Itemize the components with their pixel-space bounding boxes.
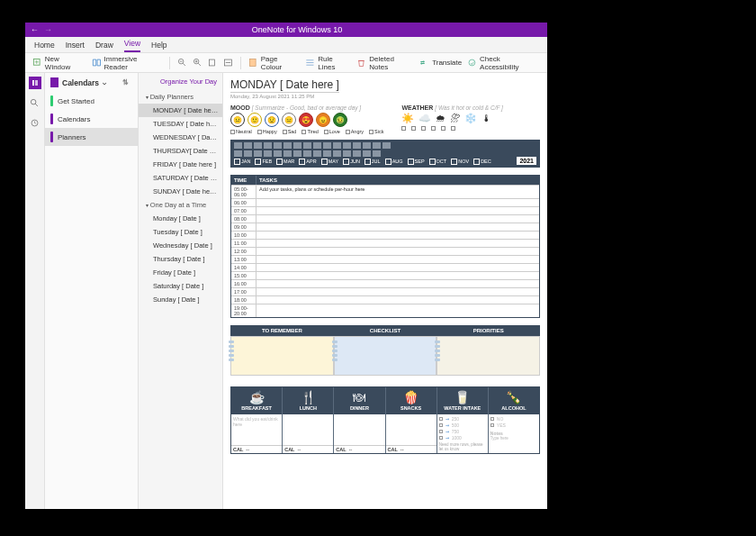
translate-button[interactable]: ⇄ Translate bbox=[419, 58, 462, 68]
group-daily-planners[interactable]: Daily Planners bbox=[139, 90, 222, 104]
sched-cell[interactable] bbox=[256, 223, 539, 231]
page-item[interactable]: FRIDAY [ Date here ] bbox=[139, 158, 222, 171]
mood-checkbox[interactable]: Angry bbox=[346, 129, 364, 134]
month-checkbox[interactable]: JUL bbox=[364, 159, 381, 165]
mood-checkbox[interactable]: Sad bbox=[283, 129, 297, 134]
sort-icon[interactable]: ⇅ bbox=[122, 78, 129, 86]
page-item[interactable]: Saturday [ Date ] bbox=[139, 279, 222, 293]
recent-icon[interactable] bbox=[29, 116, 41, 129]
sched-cell[interactable] bbox=[256, 215, 539, 223]
page-item[interactable]: Tuesday [ Date ] bbox=[139, 225, 222, 239]
month-checkbox[interactable]: FEB bbox=[255, 159, 272, 165]
tab-help[interactable]: Help bbox=[151, 41, 166, 52]
mood-checkbox[interactable]: Sick bbox=[369, 129, 383, 134]
month-checkbox[interactable]: APR bbox=[299, 159, 316, 165]
page-item[interactable]: SUNDAY [ Date here ] bbox=[139, 185, 222, 198]
mood-checkbox[interactable]: Love bbox=[324, 129, 340, 134]
sched-cell[interactable] bbox=[256, 272, 539, 279]
deleted-notes-button[interactable]: Deleted Notes bbox=[356, 55, 414, 71]
month-checkbox[interactable]: MAR bbox=[276, 159, 294, 165]
page-item[interactable]: Thursday [ Date ] bbox=[139, 252, 222, 266]
page-item[interactable]: Friday [ Date ] bbox=[139, 266, 222, 279]
accessibility-button[interactable]: Check Accessibility bbox=[467, 55, 540, 71]
month-checkbox[interactable]: SEP bbox=[408, 159, 425, 165]
mood-love-icon[interactable]: 😍 bbox=[299, 113, 313, 127]
page-item[interactable]: Monday [ Date ] bbox=[139, 212, 222, 225]
mood-sad-icon[interactable]: 😟 bbox=[265, 113, 279, 127]
tab-home[interactable]: Home bbox=[34, 41, 55, 52]
back-icon[interactable]: ← bbox=[31, 25, 39, 34]
priorities-box[interactable] bbox=[436, 336, 540, 376]
mood-checkbox[interactable]: Tired bbox=[302, 129, 318, 134]
sched-cell[interactable] bbox=[256, 264, 539, 271]
month-checkbox[interactable]: NOV bbox=[451, 159, 469, 165]
section-planners[interactable]: Planners bbox=[45, 128, 138, 146]
sched-cell[interactable] bbox=[256, 207, 539, 214]
sched-cell[interactable] bbox=[256, 296, 539, 304]
search-icon[interactable] bbox=[29, 96, 41, 109]
sched-cell[interactable] bbox=[256, 288, 539, 295]
section-calendars[interactable]: Calendars bbox=[45, 110, 138, 128]
cloud-icon[interactable]: ☁️ bbox=[418, 113, 431, 124]
page-width-button[interactable] bbox=[223, 58, 233, 68]
section-get-started[interactable]: Get Started bbox=[45, 92, 138, 110]
zoom-out-button[interactable] bbox=[177, 58, 187, 68]
storm-icon[interactable]: ⛈ bbox=[450, 113, 460, 124]
mood-tired-icon[interactable]: 😑 bbox=[282, 113, 296, 127]
sched-cell[interactable] bbox=[256, 248, 539, 255]
page-item[interactable]: Sunday [ Date ] bbox=[139, 293, 222, 306]
mood-angry-icon[interactable]: 😠 bbox=[316, 113, 330, 127]
meal-cell[interactable] bbox=[334, 414, 384, 445]
page-timestamp: Monday, 23 August 2021 11:25 PM bbox=[230, 94, 540, 99]
wind-icon[interactable]: 🌡 bbox=[482, 113, 491, 124]
checklist-box[interactable] bbox=[334, 336, 437, 376]
zoom-100-button[interactable] bbox=[208, 58, 218, 68]
sched-cell[interactable]: Add your tasks, plans or schedule per-ho… bbox=[256, 186, 539, 198]
mood-sick-icon[interactable]: 🤢 bbox=[333, 113, 347, 127]
pages-panel: Organize Your Day Daily Planners MONDAY … bbox=[139, 73, 223, 509]
meal-cell[interactable]: What did you eat/drink here bbox=[231, 414, 282, 445]
sched-cell[interactable] bbox=[256, 232, 539, 239]
page-title[interactable]: MONDAY [ Date here ] bbox=[230, 78, 339, 93]
rule-lines-button[interactable]: Rule Lines bbox=[305, 55, 351, 71]
sched-cell[interactable] bbox=[256, 240, 539, 247]
month-checkbox[interactable]: JUN bbox=[343, 159, 360, 165]
mood-happy-icon[interactable]: 🙂 bbox=[248, 113, 262, 127]
page-colour-button[interactable]: Page Colour bbox=[248, 55, 301, 71]
new-window-button[interactable]: New Window bbox=[32, 55, 86, 71]
page-item[interactable]: MONDAY [ Date her... bbox=[139, 104, 222, 117]
month-checkbox[interactable]: AUG bbox=[385, 159, 403, 165]
page-item[interactable]: WEDNESDAY [ Date... bbox=[139, 131, 222, 144]
month-checkbox[interactable]: JAN bbox=[234, 159, 250, 165]
page-item[interactable]: THURSDAY[ Date he... bbox=[139, 144, 222, 158]
sched-cell[interactable] bbox=[256, 280, 539, 287]
page-item[interactable]: SATURDAY [ Date h... bbox=[139, 171, 222, 185]
meal-cell[interactable] bbox=[283, 414, 333, 445]
sched-cell[interactable] bbox=[256, 256, 539, 263]
mood-checkbox[interactable]: Neutral bbox=[230, 129, 252, 134]
remember-box[interactable] bbox=[230, 336, 334, 376]
tab-view[interactable]: View bbox=[124, 39, 140, 52]
navigation-icon[interactable] bbox=[29, 77, 41, 89]
sun-icon[interactable]: ☀️ bbox=[401, 113, 414, 124]
sched-cell[interactable] bbox=[256, 199, 539, 206]
mood-neutral-icon[interactable]: 😐 bbox=[230, 113, 245, 127]
forward-icon[interactable]: → bbox=[44, 25, 52, 34]
zoom-in-button[interactable] bbox=[193, 58, 202, 68]
notebook-dropdown[interactable]: Calendars ⌵ ⇅ bbox=[45, 73, 138, 92]
page-canvas[interactable]: MONDAY [ Date here ] Monday, 23 August 2… bbox=[223, 73, 547, 509]
page-item[interactable]: TUESDAY [ Date her... bbox=[139, 117, 222, 131]
meal-cell[interactable] bbox=[386, 414, 436, 445]
tab-insert[interactable]: Insert bbox=[66, 41, 85, 52]
tab-draw[interactable]: Draw bbox=[95, 41, 113, 52]
page-item[interactable]: Wednesday [ Date ] bbox=[139, 239, 222, 252]
group-one-day[interactable]: One Day at a Time bbox=[139, 198, 222, 212]
mood-checkbox[interactable]: Happy bbox=[257, 129, 277, 134]
sched-cell[interactable] bbox=[256, 304, 539, 317]
immersive-reader-button[interactable]: Immersive Reader bbox=[92, 55, 162, 71]
snow-icon[interactable]: ❄️ bbox=[464, 113, 477, 124]
rain-icon[interactable]: 🌧 bbox=[436, 113, 446, 124]
month-checkbox[interactable]: DEC bbox=[473, 159, 491, 165]
month-checkbox[interactable]: OCT bbox=[429, 159, 447, 165]
month-checkbox[interactable]: MAY bbox=[321, 159, 339, 165]
